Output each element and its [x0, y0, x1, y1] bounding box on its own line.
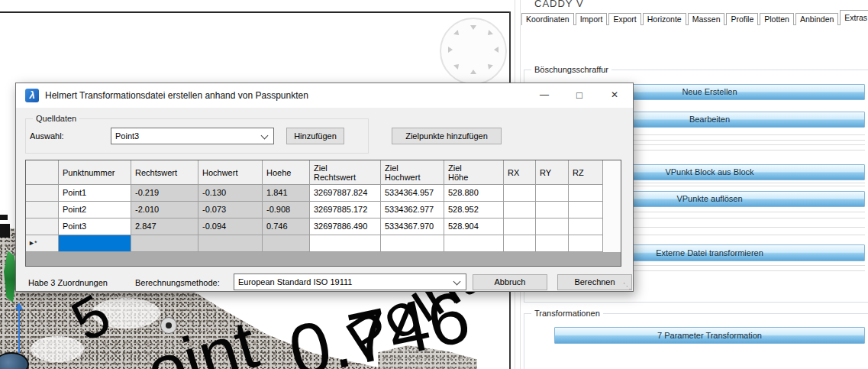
- chevron-down-icon: [261, 132, 269, 140]
- table-new-row: ►*: [26, 235, 621, 252]
- bricscad-logo-icon: λ: [25, 89, 39, 102]
- column-header-hoehe[interactable]: Hoehe: [263, 160, 310, 185]
- cell-ry[interactable]: [536, 218, 569, 235]
- cell-ziel-hochwert[interactable]: 5334367.970: [381, 218, 444, 235]
- hinzufuegen-button[interactable]: Hinzufügen: [286, 128, 344, 144]
- column-header-ziel-hochwert[interactable]: Ziel Hochwert: [381, 160, 444, 185]
- cell-ziel-hoehe[interactable]: [444, 235, 504, 252]
- tab-plotten[interactable]: Plotten: [760, 13, 794, 25]
- cell-ry[interactable]: [536, 235, 569, 252]
- row-selector[interactable]: [26, 218, 59, 235]
- column-header-punktnummer[interactable]: Punktnummer: [59, 160, 131, 185]
- auswahl-label: Auswahl:: [30, 131, 64, 141]
- abbruch-button[interactable]: Abbruch: [473, 274, 547, 290]
- grid-scrollbar-track[interactable]: [603, 202, 621, 218]
- ucs-z-arrowhead-icon: [15, 303, 23, 309]
- cell-ziel-rechtswert[interactable]: [310, 235, 381, 252]
- cell-rx[interactable]: [504, 235, 536, 252]
- column-header-ziel-rechtswert[interactable]: Ziel Rechtswert: [310, 160, 381, 185]
- status-text: Habe 3 Zuordnungen: [28, 278, 108, 287]
- tab-massen[interactable]: Massen: [688, 13, 725, 25]
- grid-scrollbar-track[interactable]: [603, 218, 621, 235]
- compass-south-arrow-icon[interactable]: [470, 70, 476, 74]
- cell-rechtswert[interactable]: 2.847: [131, 218, 198, 235]
- column-header-rz[interactable]: RZ: [569, 160, 603, 185]
- tab-export[interactable]: Export: [608, 13, 641, 25]
- compass-east-arrow-icon[interactable]: [494, 47, 499, 53]
- resize-grip-icon[interactable]: ⋱: [623, 281, 631, 291]
- tab-horizonte[interactable]: Horizonte: [643, 13, 686, 25]
- column-header-rechtswert[interactable]: Rechtswert: [131, 160, 198, 185]
- cell-ziel-rechtswert[interactable]: 32697887.824: [310, 185, 381, 202]
- compass-northeast-arrow-icon[interactable]: [486, 30, 493, 37]
- cell-hoehe[interactable]: 1.841: [263, 185, 310, 202]
- cell-ziel-hoehe[interactable]: 528.904: [444, 218, 504, 235]
- cell-rx[interactable]: [504, 202, 536, 218]
- grid-scrollbar-track[interactable]: [603, 160, 621, 185]
- punkt-auswahl-dropdown[interactable]: Point3: [111, 128, 274, 144]
- cell-rx[interactable]: [504, 218, 536, 235]
- row-selector[interactable]: [26, 185, 59, 202]
- compass-north-arrow-icon[interactable]: [470, 25, 476, 30]
- tab-extras[interactable]: Extras: [840, 10, 868, 25]
- cell-punktnummer[interactable]: Point2: [59, 202, 131, 218]
- cell-rz[interactable]: [569, 202, 603, 218]
- cell-hochwert[interactable]: -0.094: [198, 218, 263, 235]
- grid-scrollbar-track[interactable]: [603, 185, 621, 202]
- groupbox-transformationen-label: Transformationen: [531, 309, 603, 318]
- cell-ziel-rechtswert[interactable]: 32697886.490: [310, 218, 381, 235]
- cell-hochwert[interactable]: -0.073: [198, 202, 263, 218]
- cell-rz[interactable]: [569, 218, 603, 235]
- compass-southeast-arrow-icon[interactable]: [486, 62, 493, 70]
- tab-koordinaten[interactable]: Koordinaten: [521, 13, 574, 25]
- cell-ry[interactable]: [536, 202, 569, 218]
- column-header-ry[interactable]: RY: [536, 160, 569, 185]
- column-header-selector[interactable]: [26, 160, 59, 185]
- close-icon[interactable]: ✕: [597, 84, 632, 106]
- point-cloud-highlight: [31, 336, 84, 362]
- dialog-titlebar[interactable]: λ Helmert Transformationsdatei erstellen…: [16, 83, 633, 108]
- cell-hoehe[interactable]: [263, 235, 310, 252]
- cell-rz[interactable]: [569, 185, 603, 202]
- navigation-compass[interactable]: [440, 18, 507, 85]
- cell-rechtswert[interactable]: [131, 235, 198, 252]
- cell-ziel-hochwert[interactable]: [381, 235, 444, 252]
- maximize-icon[interactable]: □: [562, 84, 597, 106]
- cell-hoehe[interactable]: 0.746: [263, 218, 310, 235]
- cell-ziel-rechtswert[interactable]: 32697885.172: [310, 202, 381, 218]
- cell-punktnummer[interactable]: Point3: [59, 218, 131, 235]
- cell-hoehe[interactable]: -0.908: [263, 202, 310, 218]
- cell-ziel-hochwert[interactable]: 5334364.957: [381, 185, 444, 202]
- compass-southwest-arrow-icon[interactable]: [453, 62, 461, 70]
- compass-west-arrow-icon[interactable]: [448, 47, 453, 53]
- cell-ziel-hoehe[interactable]: 528.880: [444, 185, 504, 202]
- tab-import[interactable]: Import: [576, 13, 608, 25]
- helmert-dialog: λ Helmert Transformationsdatei erstellen…: [15, 83, 634, 292]
- zielpunkte-hinzufuegen-button[interactable]: Zielpunkte hinzufügen: [392, 128, 502, 144]
- column-header-hochwert[interactable]: Hochwert: [198, 160, 263, 185]
- cell-ziel-hochwert[interactable]: 5334362.977: [381, 202, 444, 218]
- column-header-rx[interactable]: RX: [504, 160, 536, 185]
- berechnungsmethode-dropdown[interactable]: European Standard ISO 19111: [234, 274, 466, 290]
- compass-northwest-arrow-icon[interactable]: [453, 30, 461, 37]
- cell-rechtswert[interactable]: -0.219: [131, 185, 198, 202]
- cell-ry[interactable]: [536, 185, 569, 202]
- berechnen-button[interactable]: Berechnen: [557, 274, 632, 290]
- cell-rechtswert[interactable]: -2.010: [131, 202, 198, 218]
- tab-profile[interactable]: Profile: [726, 13, 758, 25]
- cell-rx[interactable]: [504, 185, 536, 202]
- cell-rz[interactable]: [569, 235, 603, 252]
- column-header-ziel-hoehe[interactable]: Ziel Höhe: [444, 160, 504, 185]
- seven-parameter-transformation-button[interactable]: 7 Parameter Transformation: [554, 327, 865, 344]
- new-row-marker-icon[interactable]: ►*: [26, 235, 59, 252]
- cell-hochwert[interactable]: [198, 235, 263, 252]
- minimize-icon[interactable]: —: [527, 84, 562, 106]
- groupbox-boeschungsschraffur-label: Böschungsschraffur: [531, 65, 611, 74]
- grid-scrollbar-track[interactable]: [603, 235, 621, 252]
- cell-punktnummer[interactable]: Point1: [59, 185, 131, 202]
- tab-anbinden[interactable]: Anbinden: [795, 13, 838, 25]
- cell-punktnummer-selected[interactable]: [59, 235, 131, 252]
- cell-hochwert[interactable]: -0.130: [198, 185, 263, 202]
- row-selector[interactable]: [26, 202, 59, 218]
- cell-ziel-hoehe[interactable]: 528.952: [444, 202, 504, 218]
